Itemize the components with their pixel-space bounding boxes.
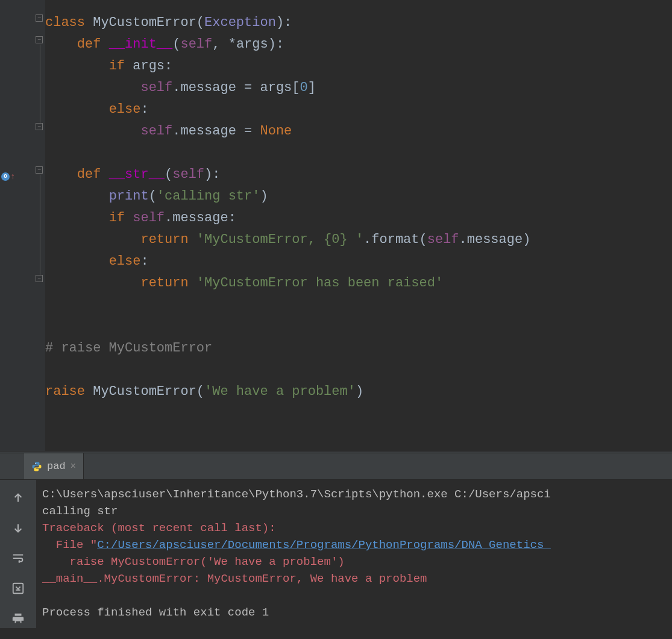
string: 'MyCustomError, {0} ' — [196, 232, 363, 247]
tab-label: pad — [47, 461, 66, 472]
keyword: def — [77, 167, 101, 182]
scroll-to-end-button[interactable] — [8, 579, 28, 598]
fold-toggle[interactable]: − — [36, 166, 43, 174]
scroll-down-button[interactable] — [8, 518, 28, 538]
console-line: Process finished with exit code 1 — [42, 606, 269, 619]
comment: # raise MyCustomError — [45, 341, 212, 356]
attribute: message — [467, 232, 523, 247]
self-ref: self — [140, 124, 172, 139]
console-toolbar — [0, 480, 36, 628]
attribute: message — [172, 210, 228, 225]
keyword: else — [109, 254, 141, 269]
fold-end[interactable]: − — [36, 275, 43, 282]
run-tab[interactable]: pad × — [24, 453, 84, 479]
attribute: message — [180, 80, 236, 95]
identifier: args — [133, 58, 165, 74]
keyword: def — [77, 37, 101, 52]
param: args — [236, 37, 268, 52]
tab-spacer — [0, 453, 24, 479]
tab-close-icon[interactable]: × — [71, 461, 77, 472]
console-line: C:\Users\apsciuser\Inheritance\Python3.7… — [42, 488, 551, 501]
class-ref: MyCustomError — [93, 384, 196, 399]
attribute: message — [180, 124, 236, 139]
self-param: self — [180, 37, 212, 52]
class-name: MyCustomError — [93, 15, 196, 30]
method-name: __str__ — [109, 167, 165, 182]
keyword: else — [109, 102, 141, 117]
console-error-line: File " — [42, 538, 97, 552]
none-literal: None — [260, 124, 292, 139]
console-error-line: __main__.MyCustomError: MyCustomError, W… — [42, 572, 434, 585]
override-marker[interactable]: O ↑ — [1, 168, 15, 181]
override-arrow-icon: ↑ — [10, 172, 15, 181]
file-link[interactable]: C:/Users/apsciuser/Documents/Programs/Py… — [97, 538, 551, 552]
keyword: class — [45, 15, 85, 30]
console-error-line: raise MyCustomError('We have a problem') — [42, 555, 345, 568]
run-panel: pad × C:\Users\apsciuser\Inheritance\Pyt… — [0, 453, 672, 628]
self-ref: self — [140, 80, 172, 95]
keyword: if — [109, 58, 125, 74]
override-circle-icon: O — [1, 172, 10, 181]
keyword: if — [109, 210, 125, 225]
identifier: args — [260, 80, 292, 95]
self-ref: self — [427, 232, 459, 247]
run-tab-bar: pad × — [0, 453, 672, 480]
console-line: calling str — [42, 505, 118, 518]
string: 'calling str' — [157, 189, 260, 204]
editor-gutter: O ↑ − − − − − — [0, 0, 45, 451]
scroll-up-button[interactable] — [8, 488, 28, 508]
builtin-fn: print — [109, 189, 149, 204]
soft-wrap-button[interactable] — [8, 549, 28, 568]
number: 0 — [300, 80, 308, 95]
console-wrap: C:\Users\apsciuser\Inheritance\Python3.7… — [0, 480, 672, 628]
svg-point-0 — [35, 462, 36, 463]
fold-toggle[interactable]: − — [36, 36, 43, 43]
keyword: return — [140, 232, 188, 247]
python-icon — [31, 461, 42, 472]
self-param: self — [172, 167, 204, 182]
string: 'We have a problem' — [204, 384, 356, 399]
method: format — [371, 232, 419, 247]
self-ref: self — [133, 210, 165, 225]
method-name: __init__ — [109, 37, 173, 52]
console-output[interactable]: C:\Users\apsciuser\Inheritance\Python3.7… — [36, 480, 672, 628]
string: 'MyCustomError has been raised' — [196, 275, 443, 291]
keyword: raise — [45, 384, 85, 399]
keyword: return — [140, 275, 188, 291]
fold-end[interactable]: − — [36, 123, 43, 130]
print-button[interactable] — [8, 609, 28, 628]
svg-point-1 — [38, 469, 39, 470]
fold-toggle[interactable]: − — [36, 14, 43, 22]
editor-area: O ↑ − − − − − class MyCustomError(Except… — [0, 0, 672, 451]
code-editor[interactable]: class MyCustomError(Exception): def __in… — [45, 0, 530, 451]
console-error-line: Traceback (most recent call last): — [42, 521, 276, 535]
base-class: Exception — [204, 15, 276, 30]
